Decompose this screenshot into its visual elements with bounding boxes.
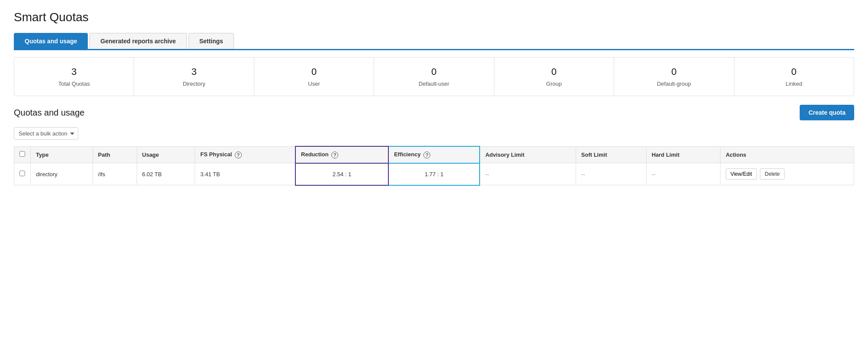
stat-default-user: 0 Default-user — [374, 58, 494, 96]
tab-settings[interactable]: Settings — [189, 33, 234, 49]
stat-linked-number: 0 — [739, 66, 849, 77]
stat-total-quotas-number: 3 — [19, 66, 129, 77]
quota-table: Type Path Usage FS Physical ? Reduction … — [14, 146, 854, 186]
th-reduction: Reduction ? — [295, 146, 388, 163]
row-advisory-limit: -- — [480, 163, 576, 185]
stat-default-user-number: 0 — [378, 66, 489, 77]
th-usage: Usage — [137, 146, 195, 163]
section-title: Quotas and usage — [14, 108, 84, 118]
view-edit-button[interactable]: View/Edit — [726, 168, 757, 180]
stat-default-user-label: Default-user — [419, 81, 449, 87]
th-soft-limit: Soft Limit — [576, 146, 646, 163]
stat-group-number: 0 — [499, 66, 609, 77]
th-type: Type — [31, 146, 93, 163]
bulk-action-wrapper: Select a bulk action Delete selected — [14, 127, 854, 140]
stat-directory-label: Directory — [183, 81, 205, 87]
row-checkbox[interactable] — [19, 171, 25, 176]
stat-group: 0 Group — [494, 58, 614, 96]
stat-directory: 3 Directory — [134, 58, 254, 96]
stat-total-quotas-label: Total Quotas — [58, 81, 90, 87]
create-quota-button[interactable]: Create quota — [800, 105, 854, 120]
row-type: directory — [31, 163, 93, 185]
th-path: Path — [93, 146, 137, 163]
stat-linked: 0 Linked — [734, 58, 854, 96]
stat-total-quotas: 3 Total Quotas — [14, 58, 134, 96]
th-efficiency: Efficiency ? — [388, 146, 480, 163]
row-usage: 6.02 TB — [137, 163, 195, 185]
tab-reports-archive[interactable]: Generated reports archive — [90, 33, 186, 49]
tab-quotas-usage[interactable]: Quotas and usage — [14, 33, 88, 49]
th-checkbox — [14, 146, 31, 163]
stat-default-group-label: Default-group — [657, 81, 691, 87]
row-checkbox-cell — [14, 163, 31, 185]
stat-user-label: User — [308, 81, 320, 87]
row-soft-limit: -- — [576, 163, 646, 185]
stat-directory-number: 3 — [138, 66, 249, 77]
row-reduction: 2.54 : 1 — [295, 163, 388, 185]
stat-default-group: 0 Default-group — [614, 58, 734, 96]
stat-default-group-number: 0 — [618, 66, 729, 77]
stat-user-number: 0 — [259, 66, 369, 77]
tabs-container: Quotas and usage Generated reports archi… — [14, 33, 854, 50]
delete-button[interactable]: Delete — [760, 168, 785, 180]
select-all-checkbox[interactable] — [19, 151, 25, 157]
page-title: Smart Quotas — [14, 10, 854, 24]
th-advisory-limit: Advisory Limit — [480, 146, 576, 163]
row-efficiency: 1.77 : 1 — [388, 163, 480, 185]
section-header: Quotas and usage Create quota — [14, 105, 854, 120]
fs-physical-info-icon[interactable]: ? — [235, 152, 242, 158]
stat-linked-label: Linked — [786, 81, 802, 87]
th-actions: Actions — [720, 146, 854, 163]
th-fs-physical: FS Physical ? — [195, 146, 295, 163]
stat-group-label: Group — [546, 81, 562, 87]
row-fs-physical: 3.41 TB — [195, 163, 295, 185]
efficiency-info-icon[interactable]: ? — [423, 152, 430, 158]
table-row: directory /ifs 6.02 TB 3.41 TB 2.54 : 1 … — [14, 163, 854, 185]
row-hard-limit: -- — [646, 163, 720, 185]
stats-box: 3 Total Quotas 3 Directory 0 User 0 Defa… — [14, 57, 854, 96]
table-header-row: Type Path Usage FS Physical ? Reduction … — [14, 146, 854, 163]
row-actions: View/Edit Delete — [720, 163, 854, 185]
row-path: /ifs — [93, 163, 137, 185]
stat-user: 0 User — [254, 58, 374, 96]
bulk-action-select[interactable]: Select a bulk action Delete selected — [14, 127, 78, 140]
th-hard-limit: Hard Limit — [646, 146, 720, 163]
reduction-info-icon[interactable]: ? — [331, 152, 338, 158]
